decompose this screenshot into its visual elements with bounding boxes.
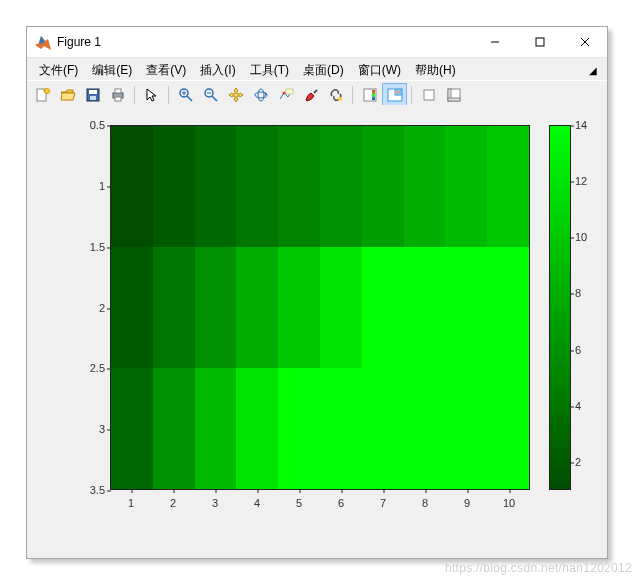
colorbar-tick-label: 2 bbox=[575, 456, 581, 468]
heatmap-cell bbox=[111, 368, 153, 489]
colorbar-icon[interactable] bbox=[357, 83, 382, 107]
x-tick-label: 6 bbox=[338, 497, 344, 509]
heatmap-cell bbox=[445, 368, 487, 489]
svg-rect-14 bbox=[115, 97, 121, 101]
link-icon[interactable] bbox=[323, 83, 348, 107]
matlab-icon bbox=[35, 34, 51, 50]
minimize-button[interactable] bbox=[472, 28, 517, 57]
close-button[interactable] bbox=[562, 28, 607, 57]
heatmap-cell bbox=[404, 126, 446, 247]
y-tick-label: 1 bbox=[75, 180, 105, 192]
hide-plot-tools-icon[interactable] bbox=[416, 83, 441, 107]
show-plot-tools-icon[interactable] bbox=[441, 83, 466, 107]
legend-icon[interactable] bbox=[382, 83, 407, 107]
svg-line-21 bbox=[212, 96, 217, 101]
heatmap-cell bbox=[320, 368, 362, 489]
x-tick-label: 2 bbox=[170, 497, 176, 509]
heatmap-cell bbox=[111, 126, 153, 247]
svg-line-31 bbox=[314, 90, 317, 93]
menu-item-0[interactable]: 文件(F) bbox=[33, 60, 84, 81]
svg-marker-15 bbox=[147, 89, 156, 101]
x-tick-label: 4 bbox=[254, 497, 260, 509]
heatmap-cell bbox=[278, 247, 320, 368]
maximize-button[interactable] bbox=[517, 28, 562, 57]
menu-overflow-icon[interactable]: ◢ bbox=[585, 65, 601, 76]
colorbar-tick-label: 12 bbox=[575, 175, 587, 187]
x-tick-label: 8 bbox=[422, 497, 428, 509]
pan-icon[interactable] bbox=[223, 83, 248, 107]
pointer-icon[interactable] bbox=[139, 83, 164, 107]
heatmap-cell bbox=[487, 247, 529, 368]
data-cursor-icon[interactable] bbox=[273, 83, 298, 107]
svg-rect-10 bbox=[89, 90, 97, 94]
plot-area: 0.511.522.533.5 12345678910 2468101214 bbox=[27, 105, 607, 558]
zoom-in-icon[interactable] bbox=[173, 83, 198, 107]
heatmap-cell bbox=[195, 368, 237, 489]
menu-item-2[interactable]: 查看(V) bbox=[140, 60, 192, 81]
menu-item-6[interactable]: 窗口(W) bbox=[352, 60, 407, 81]
heatmap-cell bbox=[236, 368, 278, 489]
svg-point-24 bbox=[258, 89, 264, 101]
menu-item-3[interactable]: 插入(I) bbox=[194, 60, 241, 81]
title-bar: Figure 1 bbox=[27, 27, 607, 58]
heatmap-cell bbox=[404, 247, 446, 368]
heatmap-cell bbox=[362, 368, 404, 489]
menu-item-4[interactable]: 工具(T) bbox=[244, 60, 295, 81]
x-tick-label: 5 bbox=[296, 497, 302, 509]
x-tick-label: 3 bbox=[212, 497, 218, 509]
svg-rect-29 bbox=[286, 89, 293, 94]
y-tick-label: 0.5 bbox=[75, 119, 105, 131]
colorbar-tick-label: 8 bbox=[575, 287, 581, 299]
toolbar-separator bbox=[411, 86, 412, 104]
x-tick-label: 10 bbox=[503, 497, 515, 509]
svg-rect-13 bbox=[115, 89, 121, 93]
svg-rect-11 bbox=[90, 96, 96, 100]
heatmap-cell bbox=[278, 368, 320, 489]
figure-window: Figure 1 文件(F)编辑(E)查看(V)插入(I)工具(T)桌面(D)窗… bbox=[26, 26, 608, 559]
y-tick-label: 2 bbox=[75, 302, 105, 314]
heatmap-cell bbox=[320, 126, 362, 247]
menu-item-1[interactable]: 编辑(E) bbox=[86, 60, 138, 81]
heatmap-cell bbox=[153, 368, 195, 489]
toolbar-separator bbox=[168, 86, 169, 104]
y-tick-label: 2.5 bbox=[75, 362, 105, 374]
menu-item-5[interactable]: 桌面(D) bbox=[297, 60, 350, 81]
y-tick-label: 1.5 bbox=[75, 241, 105, 253]
brush-icon[interactable] bbox=[298, 83, 323, 107]
print-icon[interactable] bbox=[105, 83, 130, 107]
open-icon[interactable] bbox=[55, 83, 80, 107]
heatmap-cell bbox=[320, 247, 362, 368]
heatmap-cell bbox=[445, 126, 487, 247]
heatmap-cell bbox=[487, 126, 529, 247]
menu-item-7[interactable]: 帮助(H) bbox=[409, 60, 462, 81]
x-tick-label: 7 bbox=[380, 497, 386, 509]
y-tick-label: 3 bbox=[75, 423, 105, 435]
svg-rect-34 bbox=[372, 90, 375, 100]
save-icon[interactable] bbox=[80, 83, 105, 107]
svg-point-32 bbox=[338, 97, 342, 101]
colorbar-tick-label: 6 bbox=[575, 344, 581, 356]
heatmap-cell bbox=[111, 247, 153, 368]
svg-rect-39 bbox=[424, 90, 434, 100]
heatmap-cell bbox=[195, 126, 237, 247]
rotate-3d-icon[interactable] bbox=[248, 83, 273, 107]
watermark-text: https://blog.csdn.net/han1202012 bbox=[445, 561, 632, 575]
svg-point-30 bbox=[282, 92, 285, 95]
colorbar-tick-label: 4 bbox=[575, 400, 581, 412]
zoom-out-icon[interactable] bbox=[198, 83, 223, 107]
heatmap-axes[interactable] bbox=[110, 125, 530, 490]
toolbar-separator bbox=[352, 86, 353, 104]
heatmap-cell bbox=[236, 247, 278, 368]
toolbar-separator bbox=[134, 86, 135, 104]
menu-bar: 文件(F)编辑(E)查看(V)插入(I)工具(T)桌面(D)窗口(W)帮助(H)… bbox=[27, 58, 607, 80]
x-tick-label: 9 bbox=[464, 497, 470, 509]
heatmap-cell bbox=[487, 368, 529, 489]
heatmap-cell bbox=[445, 247, 487, 368]
new-figure-icon[interactable] bbox=[30, 83, 55, 107]
window-title: Figure 1 bbox=[57, 35, 472, 49]
heatmap-cell bbox=[404, 368, 446, 489]
heatmap-cell bbox=[153, 247, 195, 368]
colorbar-tick-label: 10 bbox=[575, 231, 587, 243]
colorbar[interactable] bbox=[549, 125, 571, 490]
svg-rect-42 bbox=[448, 98, 460, 101]
